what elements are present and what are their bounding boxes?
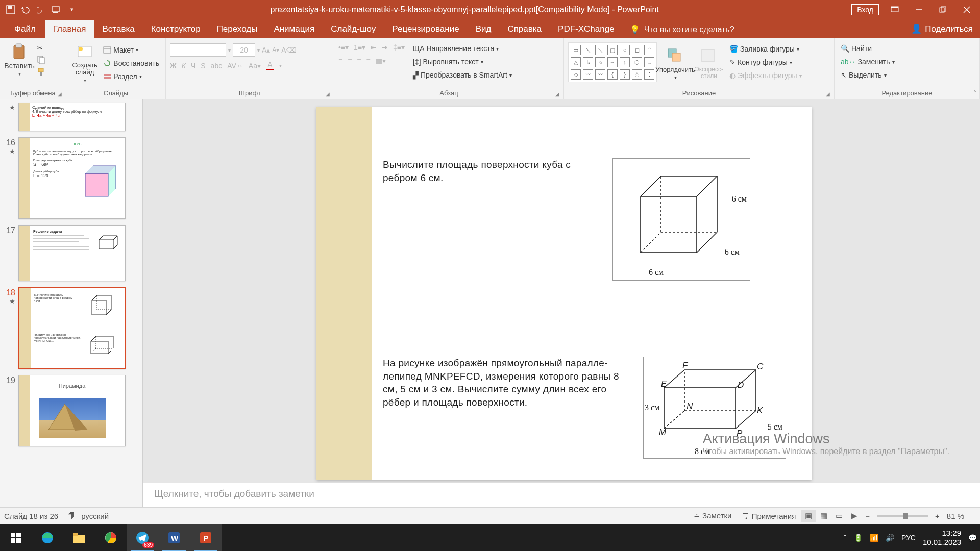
tray-volume-icon[interactable]: 🔊	[886, 534, 894, 542]
font-color-icon[interactable]: A	[266, 61, 274, 70]
thumb-16[interactable]: 16★ КУБ Куб – это параллелепипед, у кото…	[0, 134, 142, 222]
close-button[interactable]	[955, 1, 978, 19]
italic-icon[interactable]: К	[182, 62, 186, 70]
notes-pane[interactable]: Щелкните, чтобы добавить заметки	[143, 483, 980, 507]
tray-chevron-icon[interactable]: ˄	[843, 534, 847, 542]
status-slide-counter[interactable]: Слайд 18 из 26	[4, 512, 67, 520]
strike-icon[interactable]: abc	[211, 62, 223, 70]
align-text-button[interactable]: [‡]Выровнять текст▾	[411, 57, 514, 67]
tab-help[interactable]: Справка	[499, 20, 550, 38]
slide-canvas-area[interactable]: Вычислите площадь поверхности куба с реб…	[143, 99, 980, 507]
sign-in-button[interactable]: Вход	[851, 4, 879, 15]
shape-outline-button[interactable]: ✎Контур фигуры▾	[727, 57, 804, 67]
tab-insert[interactable]: Вставка	[94, 20, 143, 38]
section-button[interactable]: Раздел▾	[101, 71, 161, 82]
fit-to-window-icon[interactable]: ⛶	[968, 512, 976, 520]
maximize-button[interactable]	[931, 1, 954, 19]
taskbar-chrome[interactable]	[95, 524, 127, 551]
share-button[interactable]: 👤 Поделиться	[904, 19, 980, 38]
tray-battery-icon[interactable]: 🔋	[854, 534, 863, 542]
paragraph-dialog-icon[interactable]: ◢	[555, 91, 559, 97]
decrease-font-icon[interactable]: A▾	[272, 46, 279, 54]
thumb-17[interactable]: 17 Решение задачи	[0, 222, 142, 284]
select-button[interactable]: ↖Выделить▾	[839, 70, 975, 80]
shape-fill-button[interactable]: 🪣Заливка фигуры▾	[727, 44, 804, 54]
taskbar-word[interactable]: W	[158, 524, 190, 551]
save-icon[interactable]	[5, 4, 16, 15]
font-size-combo[interactable]: 20	[233, 43, 255, 57]
cut-icon[interactable]: ✂	[37, 44, 46, 52]
bullets-icon[interactable]: •≡▾	[338, 43, 349, 52]
reading-view-icon[interactable]: ▭	[831, 510, 847, 522]
tab-pdfxchange[interactable]: PDF-XChange	[550, 20, 623, 38]
tray-wifi-icon[interactable]: 📶	[870, 534, 878, 542]
increase-indent-icon[interactable]: ⇥	[382, 43, 388, 52]
smartart-button[interactable]: ▞Преобразовать в SmartArt▾	[411, 70, 514, 80]
taskbar-edge[interactable]	[32, 524, 63, 551]
bold-icon[interactable]: Ж	[170, 62, 177, 70]
align-left-icon[interactable]: ≡	[338, 57, 342, 65]
taskbar-powerpoint[interactable]: P	[190, 524, 222, 551]
undo-icon[interactable]	[20, 4, 32, 15]
thumb-15[interactable]: ★ Сделайте вывод. 4. Вычисли длину всех …	[0, 99, 142, 134]
status-language[interactable]: русский	[81, 512, 109, 520]
vertical-scrollbar[interactable]	[970, 102, 979, 112]
slide-canvas[interactable]: Вычислите площадь поверхности куба с реб…	[316, 107, 812, 480]
replace-button[interactable]: ab↔Заменить▾	[839, 57, 975, 67]
zoom-slider[interactable]	[877, 515, 928, 517]
columns-icon[interactable]: ▥▾	[376, 57, 386, 65]
start-button[interactable]	[0, 524, 32, 551]
normal-view-icon[interactable]: ▣	[801, 510, 816, 522]
tray-notifications-icon[interactable]: 💬	[968, 534, 977, 542]
tab-animations[interactable]: Анимация	[265, 20, 323, 38]
thumbnail-rail[interactable]: ★ Сделайте вывод. 4. Вычисли длину всех …	[0, 99, 143, 507]
tab-file[interactable]: Файл	[5, 20, 45, 38]
tray-language[interactable]: РУС	[901, 534, 916, 542]
find-button[interactable]: 🔍Найти	[839, 43, 975, 54]
shapes-gallery[interactable]: ▭＼＼▢○◻⇧ △↳⇘↔↕⬡⌄ ◇〰〰{}☆⋮	[568, 42, 657, 82]
system-tray[interactable]: ˄ 🔋 📶 🔊 РУС 13:29 10.01.2023 💬	[843, 529, 980, 546]
spellcheck-icon[interactable]: 🗐	[67, 512, 81, 520]
shape-effects-button[interactable]: ◐Эффекты фигуры▾	[727, 70, 804, 81]
line-spacing-icon[interactable]: ‡≡▾	[393, 43, 405, 52]
restore-button[interactable]: Восстановить	[101, 58, 161, 68]
redo-icon[interactable]	[36, 4, 47, 15]
thumb-18[interactable]: 18★ Вычислите площадь поверхности куба с…	[0, 284, 142, 372]
slideshow-view-icon[interactable]: ▶	[847, 510, 862, 522]
qat-customize-icon[interactable]: ▾	[66, 4, 78, 15]
font-family-combo[interactable]	[170, 43, 226, 57]
thumb-19[interactable]: 19 Пирамида	[0, 372, 142, 449]
tab-design[interactable]: Конструктор	[143, 20, 209, 38]
tab-transitions[interactable]: Переходы	[209, 20, 266, 38]
comments-toggle[interactable]: 🗨 Примечания	[737, 512, 801, 520]
paste-button[interactable]: Вставить ▾	[4, 40, 35, 77]
tab-review[interactable]: Рецензирование	[384, 20, 467, 38]
text-direction-button[interactable]: ЩАНаправление текста▾	[411, 43, 514, 54]
align-right-icon[interactable]: ≡	[357, 57, 361, 65]
tray-clock[interactable]: 13:29 10.01.2023	[923, 529, 961, 546]
taskbar-telegram[interactable]: 639	[127, 524, 158, 551]
arrange-button[interactable]: Упорядочить▾	[660, 44, 691, 80]
start-from-beginning-icon[interactable]	[51, 4, 62, 15]
numbering-icon[interactable]: 1≡▾	[354, 43, 365, 52]
char-spacing-icon[interactable]: AV↔	[227, 62, 243, 70]
collapse-ribbon-icon[interactable]: ˄	[973, 90, 976, 97]
minimize-button[interactable]	[907, 1, 930, 19]
underline-icon[interactable]: Ч	[191, 62, 195, 70]
zoom-value[interactable]: 81 %	[943, 512, 968, 520]
tab-slideshow[interactable]: Слайд-шоу	[323, 20, 384, 38]
tab-view[interactable]: Вид	[468, 20, 500, 38]
shadow-icon[interactable]: S	[201, 62, 205, 70]
taskbar-explorer[interactable]	[63, 524, 95, 551]
quick-styles-button[interactable]: Экспресс- стили	[694, 45, 724, 79]
decrease-indent-icon[interactable]: ⇤	[371, 43, 377, 52]
ribbon-display-options-icon[interactable]	[883, 1, 906, 19]
clear-formatting-icon[interactable]: A⌫	[281, 46, 296, 54]
layout-button[interactable]: Макет▾	[101, 45, 161, 55]
clipboard-dialog-icon[interactable]: ◢	[58, 91, 62, 97]
justify-icon[interactable]: ≡	[366, 57, 371, 65]
zoom-out-icon[interactable]: −	[862, 512, 873, 520]
drawing-dialog-icon[interactable]: ◢	[826, 91, 830, 97]
font-dialog-icon[interactable]: ◢	[326, 91, 330, 97]
tab-home[interactable]: Главная	[45, 20, 94, 38]
